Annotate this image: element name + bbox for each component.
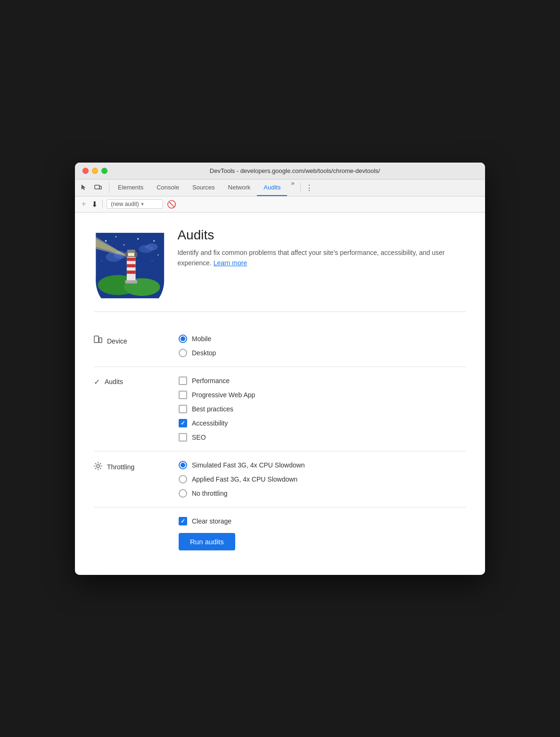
page-title: Audits bbox=[177, 228, 466, 243]
tab-elements[interactable]: Elements bbox=[111, 180, 150, 196]
traffic-lights bbox=[82, 168, 107, 174]
svg-point-5 bbox=[115, 236, 117, 237]
tab-bar: Elements Console Sources Network Audits … bbox=[75, 180, 485, 197]
svg-rect-29 bbox=[125, 280, 137, 283]
tab-sources[interactable]: Sources bbox=[186, 180, 222, 196]
main-content: Audits Identify and fix common problems … bbox=[75, 213, 485, 575]
header-description: Identify and fix common problems that af… bbox=[177, 247, 466, 269]
header-text: Audits Identify and fix common problems … bbox=[177, 228, 466, 269]
audit-seo-option[interactable]: SEO bbox=[179, 433, 255, 442]
clear-storage-checkbox[interactable] bbox=[179, 517, 187, 525]
check-icon: ✓ bbox=[94, 377, 100, 386]
svg-rect-26 bbox=[128, 253, 134, 256]
audit-select[interactable]: (new audit) ▾ bbox=[107, 199, 163, 209]
audits-section: ✓ Audits Performance Progressive Web App… bbox=[94, 367, 466, 451]
add-audit-button[interactable]: + bbox=[81, 199, 87, 209]
learn-more-link[interactable]: Learn more bbox=[214, 259, 247, 267]
throttling-none-radio[interactable] bbox=[179, 489, 187, 498]
toolbar-separator bbox=[102, 200, 103, 208]
tab-separator bbox=[300, 183, 301, 192]
close-button[interactable] bbox=[82, 168, 89, 174]
audit-performance-option[interactable]: Performance bbox=[179, 377, 255, 385]
tab-network[interactable]: Network bbox=[222, 180, 257, 196]
svg-point-6 bbox=[124, 244, 125, 246]
throttling-none-option[interactable]: No throttling bbox=[179, 489, 305, 498]
svg-point-9 bbox=[153, 240, 155, 241]
throttling-applied-radio[interactable] bbox=[179, 475, 187, 483]
minimize-button[interactable] bbox=[92, 168, 98, 174]
svg-rect-21 bbox=[127, 257, 136, 261]
svg-rect-0 bbox=[95, 185, 99, 189]
tab-list: Elements Console Sources Network Audits … bbox=[111, 180, 298, 196]
throttling-options: Simulated Fast 3G, 4x CPU Slowdown Appli… bbox=[179, 461, 305, 498]
audit-pwa-checkbox[interactable] bbox=[179, 391, 187, 399]
maximize-button[interactable] bbox=[101, 168, 107, 174]
title-bar: DevTools - developers.google.com/web/too… bbox=[75, 163, 485, 180]
svg-point-32 bbox=[97, 465, 99, 467]
svg-point-11 bbox=[157, 254, 159, 255]
audit-seo-checkbox[interactable] bbox=[179, 433, 187, 442]
throttling-applied-option[interactable]: Applied Fast 3G, 4x CPU Slowdown bbox=[179, 475, 305, 483]
device-section: Device Mobile Desktop bbox=[94, 325, 466, 367]
more-tabs-button[interactable]: » bbox=[287, 180, 298, 196]
svg-rect-23 bbox=[127, 270, 136, 274]
audits-toolbar: + ⬇ (new audit) ▾ 🚫 bbox=[75, 197, 485, 213]
audit-accessibility-option[interactable]: Accessibility bbox=[179, 419, 255, 427]
svg-rect-25 bbox=[127, 249, 135, 253]
svg-rect-22 bbox=[127, 264, 136, 267]
device-mobile-option[interactable]: Mobile bbox=[179, 335, 216, 343]
audit-accessibility-checkbox[interactable] bbox=[179, 419, 187, 427]
svg-point-4 bbox=[105, 240, 107, 241]
audit-options: Performance Progressive Web App Best pra… bbox=[179, 377, 255, 442]
device-desktop-radio[interactable] bbox=[179, 349, 187, 357]
throttling-section: Throttling Simulated Fast 3G, 4x CPU Slo… bbox=[94, 451, 466, 508]
cancel-audit-button[interactable]: 🚫 bbox=[167, 200, 176, 209]
run-audits-button[interactable]: Run audits bbox=[179, 533, 235, 550]
device-icon bbox=[94, 336, 102, 347]
audit-pwa-option[interactable]: Progressive Web App bbox=[179, 391, 255, 399]
download-button[interactable]: ⬇ bbox=[91, 199, 99, 210]
device-options: Mobile Desktop bbox=[179, 335, 216, 357]
svg-point-17 bbox=[147, 243, 158, 250]
throttling-label: Throttling bbox=[94, 461, 179, 472]
lighthouse-illustration bbox=[94, 228, 166, 298]
svg-rect-1 bbox=[99, 186, 101, 189]
gear-icon bbox=[94, 462, 102, 472]
devtools-window: DevTools - developers.google.com/web/too… bbox=[75, 163, 485, 575]
throttling-simulated-radio[interactable] bbox=[179, 461, 187, 469]
device-desktop-option[interactable]: Desktop bbox=[179, 349, 216, 357]
clear-storage-option[interactable]: Clear storage bbox=[179, 517, 466, 525]
cursor-icon[interactable] bbox=[79, 182, 89, 193]
throttling-simulated-option[interactable]: Simulated Fast 3G, 4x CPU Slowdown bbox=[179, 461, 305, 469]
svg-point-7 bbox=[137, 238, 139, 239]
svg-point-12 bbox=[101, 260, 102, 261]
audit-best-practices-checkbox[interactable] bbox=[179, 405, 187, 413]
window-title: DevTools - developers.google.com/web/too… bbox=[112, 167, 478, 174]
audit-best-practices-option[interactable]: Best practices bbox=[179, 405, 255, 413]
responsive-icon[interactable] bbox=[93, 182, 103, 193]
tab-audits[interactable]: Audits bbox=[257, 180, 287, 196]
devtools-menu-button[interactable]: ⋮ bbox=[303, 183, 316, 192]
device-label: Device bbox=[94, 335, 179, 347]
svg-rect-31 bbox=[99, 338, 102, 343]
tab-icon-group bbox=[79, 182, 109, 193]
select-arrow-icon: ▾ bbox=[141, 201, 144, 207]
bottom-section: Clear storage Run audits bbox=[94, 508, 466, 560]
audits-header: Audits Identify and fix common problems … bbox=[94, 228, 466, 312]
audits-label: ✓ Audits bbox=[94, 377, 179, 386]
svg-rect-30 bbox=[94, 336, 99, 343]
device-mobile-radio[interactable] bbox=[179, 335, 187, 343]
svg-point-13 bbox=[152, 260, 153, 261]
audit-performance-checkbox[interactable] bbox=[179, 377, 187, 385]
tab-console[interactable]: Console bbox=[150, 180, 186, 196]
